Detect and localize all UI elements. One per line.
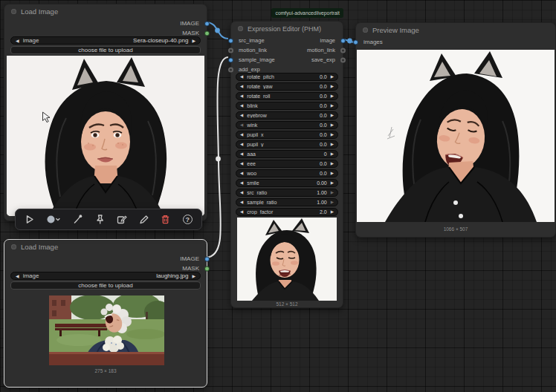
widget-list: ◀rotate_pitch0.0▶ ◀rotate_yaw0.0▶ ◀rotat… bbox=[231, 72, 343, 217]
choose-file-button[interactable]: choose file to upload bbox=[10, 281, 201, 290]
increment-icon[interactable]: ▶ bbox=[331, 191, 334, 195]
rotate-pitch-widget[interactable]: ◀rotate_pitch0.0▶ bbox=[236, 73, 338, 81]
mask-output-socket[interactable] bbox=[204, 30, 210, 36]
node-header[interactable]: Preview Image bbox=[356, 23, 555, 37]
decrement-icon[interactable]: ◀ bbox=[240, 152, 243, 157]
portrait-cat-ears-talking bbox=[357, 50, 555, 222]
decrement-icon[interactable]: ◀ bbox=[240, 191, 243, 195]
eyebrow-widget[interactable]: ◀eyebrow0.0▶ bbox=[236, 111, 338, 120]
output-row-image: IMAGE bbox=[4, 19, 207, 28]
increment-icon[interactable]: ▶ bbox=[331, 133, 334, 137]
output-label: image bbox=[320, 37, 335, 44]
increment-icon[interactable]: ▶ bbox=[331, 85, 334, 89]
increment-icon[interactable]: ▶ bbox=[331, 200, 334, 205]
node-expression-editor[interactable]: Expression Editor (PHM) src_image image … bbox=[230, 21, 343, 308]
rename-button[interactable] bbox=[135, 211, 152, 229]
aaa-widget[interactable]: ◀aaa0▶ bbox=[236, 150, 338, 158]
increment-icon[interactable]: ▶ bbox=[331, 152, 334, 157]
widget-value: laughing.jpg bbox=[156, 272, 188, 279]
comfyui-canvas[interactable]: { "icons": { "left_arrow": "◀", "right_a… bbox=[0, 0, 556, 392]
increment-icon[interactable]: ▶ bbox=[331, 75, 334, 79]
increment-icon[interactable]: ▶ bbox=[331, 104, 334, 108]
decrement-icon[interactable]: ◀ bbox=[240, 200, 243, 205]
next-value-icon[interactable]: ▶ bbox=[192, 39, 195, 43]
image-output-socket[interactable] bbox=[340, 38, 346, 43]
smile-widget[interactable]: ◀smile0.00▶ bbox=[236, 179, 338, 187]
pupil-y-widget[interactable]: ◀pupil_y0.0▶ bbox=[236, 140, 338, 148]
widget-row: ◀rotate_yaw0.0▶ bbox=[231, 82, 343, 91]
node-preview-image[interactable]: Preview Image images bbox=[355, 22, 556, 238]
sample-ratio-widget[interactable]: ◀sample_ratio1.00▶ bbox=[236, 198, 338, 206]
decrement-icon[interactable]: ◀ bbox=[240, 181, 243, 186]
decrement-icon[interactable]: ◀ bbox=[240, 133, 243, 137]
widget-label: woo bbox=[247, 171, 320, 176]
node-load-image-top[interactable]: Load Image IMAGE MASK ◀ image Sera-close… bbox=[4, 4, 207, 221]
widget-value: 1.00 bbox=[317, 190, 327, 195]
widget-label: rotate_yaw bbox=[247, 84, 320, 89]
decrement-icon[interactable]: ◀ bbox=[240, 85, 243, 89]
decrement-icon[interactable]: ◀ bbox=[240, 123, 243, 128]
prev-value-icon[interactable]: ◀ bbox=[16, 39, 19, 43]
sample-image-input-socket[interactable] bbox=[228, 57, 233, 62]
mask-output-socket[interactable] bbox=[204, 266, 210, 271]
decrement-icon[interactable]: ◀ bbox=[240, 114, 243, 118]
eee-widget[interactable]: ◀eee0.0▶ bbox=[236, 160, 338, 168]
node-header[interactable]: Load Image bbox=[4, 4, 207, 19]
increment-icon[interactable]: ▶ bbox=[331, 114, 334, 118]
decrement-icon[interactable]: ◀ bbox=[240, 162, 243, 166]
decrement-icon[interactable]: ◀ bbox=[240, 94, 243, 99]
save-exp-output-socket[interactable] bbox=[340, 57, 346, 62]
pupil-x-widget[interactable]: ◀pupil_x0.0▶ bbox=[236, 131, 338, 139]
help-button[interactable]: ? bbox=[178, 211, 196, 229]
src-image-input-socket[interactable] bbox=[228, 38, 233, 43]
widget-row: ◀rotate_roll0.0▶ bbox=[231, 91, 343, 101]
node-color-button[interactable] bbox=[42, 211, 65, 229]
increment-icon[interactable]: ▶ bbox=[331, 143, 334, 147]
image-combo-widget[interactable]: ◀ image Sera-closeup-40.png ▶ bbox=[10, 36, 201, 45]
increment-icon[interactable]: ▶ bbox=[331, 172, 334, 176]
delete-button[interactable] bbox=[157, 211, 175, 229]
pin-button[interactable] bbox=[91, 211, 109, 229]
edit-button[interactable] bbox=[113, 211, 131, 229]
node-header[interactable]: Load Image bbox=[4, 240, 207, 254]
next-value-icon[interactable]: ▶ bbox=[192, 274, 195, 278]
woo-widget[interactable]: ◀woo0.0▶ bbox=[236, 169, 338, 177]
increment-icon[interactable]: ▶ bbox=[331, 123, 334, 128]
decrement-icon[interactable]: ◀ bbox=[240, 75, 243, 79]
decrement-icon[interactable]: ◀ bbox=[240, 143, 243, 147]
node-header[interactable]: Expression Editor (PHM) bbox=[231, 22, 343, 36]
prev-value-icon[interactable]: ◀ bbox=[16, 274, 19, 278]
widget-label: src_ratio bbox=[247, 190, 317, 195]
motion-link-output-socket[interactable] bbox=[340, 48, 346, 53]
increment-icon[interactable]: ▶ bbox=[331, 181, 334, 186]
collapse-dot-icon[interactable] bbox=[11, 9, 16, 14]
images-input-socket[interactable] bbox=[353, 39, 358, 45]
increment-icon[interactable]: ▶ bbox=[331, 94, 334, 99]
decrement-icon[interactable]: ◀ bbox=[240, 104, 243, 108]
node-load-image-bottom[interactable]: Load Image IMAGE MASK ◀ image laughing.j… bbox=[4, 239, 207, 388]
blink-widget[interactable]: ◀blink0.0▶ bbox=[236, 102, 338, 110]
rotate-yaw-widget[interactable]: ◀rotate_yaw0.0▶ bbox=[236, 82, 338, 91]
color-swatch-icon bbox=[46, 214, 61, 225]
motion-link-input-socket[interactable] bbox=[228, 48, 233, 53]
decrement-icon[interactable]: ◀ bbox=[240, 210, 243, 215]
run-button[interactable] bbox=[21, 211, 39, 229]
increment-icon[interactable]: ▶ bbox=[331, 210, 334, 215]
rotate-roll-widget[interactable]: ◀rotate_roll0.0▶ bbox=[236, 92, 338, 100]
collapse-dot-icon[interactable] bbox=[363, 27, 368, 33]
bypass-button[interactable] bbox=[69, 211, 87, 229]
image-output-socket[interactable] bbox=[204, 256, 210, 261]
output-label: motion_link bbox=[307, 47, 335, 53]
decrement-icon[interactable]: ◀ bbox=[240, 172, 243, 176]
src-ratio-widget[interactable]: ◀src_ratio1.00▶ bbox=[236, 189, 338, 197]
image-output-socket[interactable] bbox=[204, 21, 210, 26]
choose-file-button[interactable]: choose file to upload bbox=[10, 46, 201, 54]
collapse-dot-icon[interactable] bbox=[11, 244, 16, 249]
crop-factor-widget[interactable]: ◀crop_factor2.0▶ bbox=[236, 208, 338, 216]
collapse-dot-icon[interactable] bbox=[238, 26, 243, 31]
increment-icon[interactable]: ▶ bbox=[331, 162, 334, 166]
image-combo-widget[interactable]: ◀ image laughing.jpg ▶ bbox=[10, 272, 201, 280]
help-glyph: ? bbox=[186, 216, 190, 223]
add-exp-input-socket[interactable] bbox=[228, 67, 233, 72]
wink-widget[interactable]: ◀wink0.0▶ bbox=[236, 121, 338, 129]
